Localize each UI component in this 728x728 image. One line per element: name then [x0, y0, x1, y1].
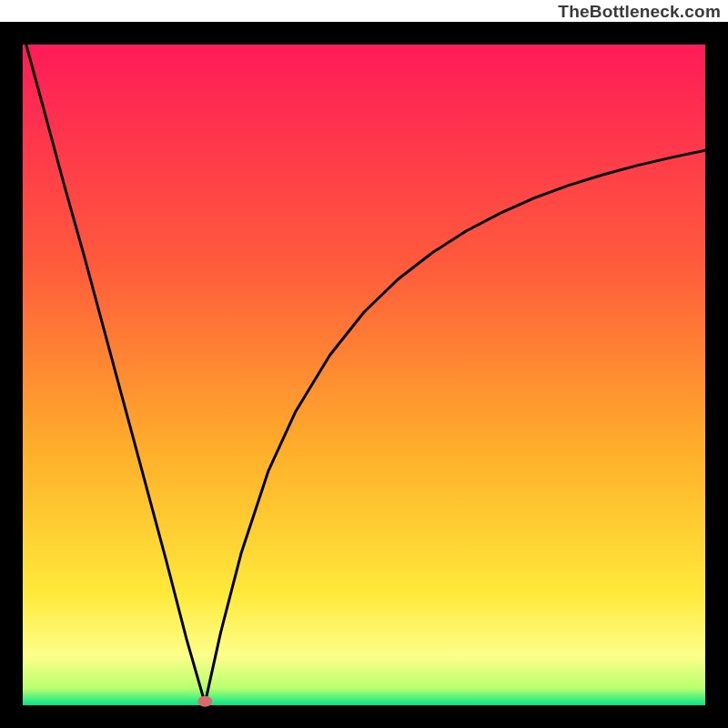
chart-container: TheBottleneck.com	[0, 0, 728, 728]
bottleneck-chart	[0, 0, 728, 728]
minimum-marker	[197, 696, 212, 707]
attribution-label: TheBottleneck.com	[558, 2, 721, 22]
plot-area	[23, 45, 705, 705]
